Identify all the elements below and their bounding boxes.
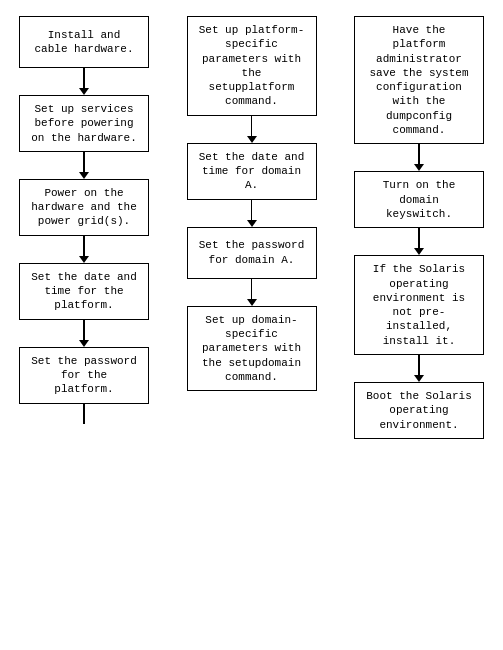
arrow-2-3 xyxy=(247,279,257,306)
arrow-1-5 xyxy=(83,404,85,424)
box-dumpconfig: Have the platform administrator save the… xyxy=(354,16,484,144)
flowchart-diagram: Install and cable hardware. Set up servi… xyxy=(0,0,503,455)
arrow-3-2 xyxy=(414,228,424,255)
column-1: Install and cable hardware. Set up servi… xyxy=(10,16,158,439)
box-setup-services: Set up services before powering on the h… xyxy=(19,95,149,152)
arrow-1-3 xyxy=(79,236,89,263)
arrow-1-2 xyxy=(79,152,89,179)
box-password-domain: Set the password for domain A. xyxy=(187,227,317,279)
column-3: Have the platform administrator save the… xyxy=(345,16,493,439)
arrow-3-1 xyxy=(414,144,424,171)
box-keyswitch: Turn on the domain keyswitch. xyxy=(354,171,484,228)
box-setupplatform: Set up platform-specific parameters with… xyxy=(187,16,317,116)
arrow-2-2 xyxy=(247,200,257,227)
box-solaris-install: If the Solaris operating environment is … xyxy=(354,255,484,355)
box-boot-solaris: Boot the Solaris operating environment. xyxy=(354,382,484,439)
arrow-1-1 xyxy=(79,68,89,95)
column-2: Set up platform-specific parameters with… xyxy=(178,16,326,439)
arrow-2-1 xyxy=(247,116,257,143)
arrow-1-4 xyxy=(79,320,89,347)
arrow-3-3 xyxy=(414,355,424,382)
box-power-on: Power on the hardware and the power grid… xyxy=(19,179,149,236)
box-install-cable: Install and cable hardware. xyxy=(19,16,149,68)
box-setupdomain: Set up domain-specific parameters with t… xyxy=(187,306,317,391)
box-date-time-platform: Set the date and time for the platform. xyxy=(19,263,149,320)
box-date-time-domain: Set the date and time for domain A. xyxy=(187,143,317,200)
box-password-platform: Set the password for the platform. xyxy=(19,347,149,404)
